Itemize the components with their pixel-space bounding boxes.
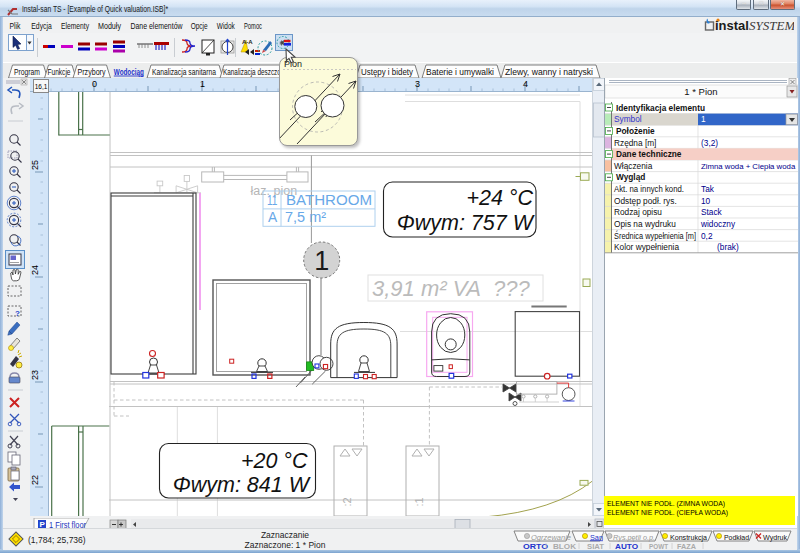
svg-text::1: :1 <box>413 497 425 506</box>
svg-text:Średnica wypełnienia [m]: Średnica wypełnienia [m] <box>614 230 696 241</box>
svg-text:AUTO: AUTO <box>615 542 638 550</box>
svg-text:Widok: Widok <box>217 21 235 31</box>
svg-text:Rys.pętli o.p.: Rys.pętli o.p. <box>613 533 655 542</box>
svg-text:A: A <box>268 210 278 225</box>
svg-text:Kolor wypełnienia: Kolor wypełnienia <box>614 242 679 252</box>
svg-text:Zimna woda + Ciepła woda: Zimna woda + Ciepła woda <box>701 162 796 171</box>
svg-text:Konstrukcja: Konstrukcja <box>670 533 707 542</box>
svg-text:3,91 m² VA ???: 3,91 m² VA ??? <box>372 276 531 301</box>
svg-text:Dane elementów: Dane elementów <box>131 21 183 31</box>
svg-text::2: :2 <box>341 497 353 506</box>
svg-text:(1,784; 25,736): (1,784; 25,736) <box>28 535 86 545</box>
svg-text:Stack: Stack <box>701 207 723 217</box>
svg-text:ELEMENT NIE PODŁ. (CIEPŁA WODA: ELEMENT NIE PODŁ. (CIEPŁA WODA) <box>607 508 728 517</box>
svg-text:1: 1 <box>200 79 205 89</box>
svg-text:SYSTEM: SYSTEM <box>749 18 794 32</box>
svg-text:widoczny: widoczny <box>700 219 736 229</box>
svg-text:Podkład: Podkład <box>724 533 749 542</box>
svg-text:Zaznaczone: 1 * Pion: Zaznaczone: 1 * Pion <box>245 540 326 550</box>
svg-text:Wydruk: Wydruk <box>763 533 788 542</box>
svg-text:San: San <box>590 533 603 542</box>
svg-text:7,5 m²: 7,5 m² <box>285 210 326 225</box>
svg-text:Pomoc: Pomoc <box>244 21 262 31</box>
svg-text:11: 11 <box>267 193 278 208</box>
svg-text:1 * Pion: 1 * Pion <box>684 86 717 97</box>
svg-text:instal: instal <box>715 18 749 32</box>
svg-text:Program: Program <box>14 67 40 77</box>
svg-text:Przybory: Przybory <box>78 67 107 77</box>
svg-text:(3,2): (3,2) <box>701 138 718 148</box>
svg-text:Moduły: Moduły <box>98 21 121 31</box>
svg-text:Symbol: Symbol <box>614 114 642 124</box>
svg-text:Baterie i umywalki: Baterie i umywalki <box>426 67 494 77</box>
svg-text:Opis na wydruku: Opis na wydruku <box>614 219 676 229</box>
svg-text:Ustępy i bidety: Ustępy i bidety <box>361 67 414 77</box>
svg-text:Dane techniczne: Dane techniczne <box>616 149 682 159</box>
svg-text:Zaznaczanie: Zaznaczanie <box>261 530 309 540</box>
svg-text:POWT: POWT <box>649 542 668 550</box>
svg-text:4: 4 <box>523 79 528 89</box>
svg-text:1: 1 <box>314 246 329 276</box>
svg-text:BATHROOM: BATHROOM <box>286 193 372 208</box>
svg-text:Φwym: 841 W: Φwym: 841 W <box>173 473 311 497</box>
svg-text:Kanalizacja sanitarna: Kanalizacja sanitarna <box>152 67 216 77</box>
svg-text:+24 °C: +24 °C <box>466 186 533 210</box>
svg-text:ORTO: ORTO <box>523 542 548 550</box>
svg-text:Instal-san TS - [Example of Qu: Instal-san TS - [Example of Quick valuat… <box>22 3 168 14</box>
svg-text:22: 22 <box>30 475 40 485</box>
svg-text:FAZA: FAZA <box>677 542 696 550</box>
svg-text:Wodociąg: Wodociąg <box>114 67 144 77</box>
svg-text:Akt. na innych kond.: Akt. na innych kond. <box>614 184 684 194</box>
svg-text:Wygląd: Wygląd <box>616 172 645 182</box>
svg-text:3: 3 <box>415 79 420 89</box>
svg-text:Identyfikacja elementu: Identyfikacja elementu <box>616 103 705 113</box>
svg-text:?: ? <box>15 309 20 318</box>
svg-text:0,2: 0,2 <box>701 231 713 241</box>
svg-text:Tak: Tak <box>701 184 715 194</box>
svg-text:Funkcje: Funkcje <box>48 67 71 77</box>
svg-text:Plik: Plik <box>10 21 21 31</box>
svg-text:Zlewy, wanny i natryski: Zlewy, wanny i natryski <box>505 67 593 77</box>
svg-text:Opcje: Opcje <box>191 21 208 31</box>
svg-text:ELEMENT NIE PODŁ. (ZIMNA WODA): ELEMENT NIE PODŁ. (ZIMNA WODA) <box>607 499 725 508</box>
svg-text:Edycja: Edycja <box>31 21 52 31</box>
svg-text:0: 0 <box>92 79 97 89</box>
svg-text:Ogrzewanie: Ogrzewanie <box>531 533 572 542</box>
svg-text:24: 24 <box>30 265 40 275</box>
svg-text:25: 25 <box>30 160 40 170</box>
svg-text:Rzędna [m]: Rzędna [m] <box>614 138 656 148</box>
svg-text:10: 10 <box>701 196 711 206</box>
svg-text:SIAT: SIAT <box>587 542 604 550</box>
svg-text:Φwym: 757 W: Φwym: 757 W <box>397 211 535 235</box>
svg-text:(brak): (brak) <box>717 242 739 252</box>
svg-text:23: 23 <box>30 370 40 380</box>
svg-text:Położenie: Położenie <box>616 126 655 136</box>
svg-text:BLOK: BLOK <box>553 542 576 550</box>
svg-text:Odstęp podł. rys.: Odstęp podł. rys. <box>614 196 677 206</box>
svg-text:+20 °C: +20 °C <box>241 449 308 473</box>
svg-text:Rodzaj opisu: Rodzaj opisu <box>614 207 662 217</box>
svg-text:1: 1 <box>701 114 706 124</box>
svg-text:A-A: A-A <box>242 39 253 45</box>
svg-text:Włączenia: Włączenia <box>614 161 653 171</box>
svg-text:Elementy: Elementy <box>61 21 89 31</box>
